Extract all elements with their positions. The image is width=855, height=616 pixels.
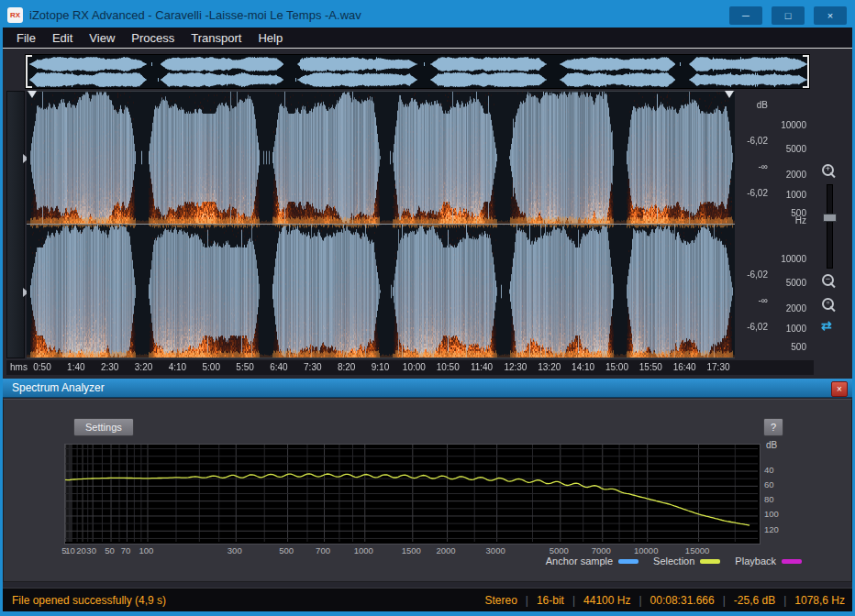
x-axis-tick: 2000: [436, 545, 455, 556]
minimize-button[interactable]: ─: [729, 6, 762, 25]
zoom-out-button[interactable]: −: [822, 274, 837, 289]
zoom-slider-handle[interactable]: [823, 214, 837, 222]
time-ruler[interactable]: hms 0:501:402:303:204:105:005:506:407:30…: [6, 360, 814, 375]
status-field: Stereo: [484, 594, 516, 607]
scale-column: dBHz-6,02-∞-6,0210000500020001000500-6,0…: [737, 91, 814, 358]
db-scale-value: -∞: [737, 295, 768, 305]
legend-swatch: [618, 559, 638, 564]
maximize-button[interactable]: □: [772, 6, 805, 25]
spectrogram-view[interactable]: [27, 91, 735, 358]
analyzer-close-button[interactable]: ×: [831, 381, 848, 397]
menu-edit[interactable]: Edit: [44, 29, 81, 47]
legend-item-playback: Playback: [735, 556, 802, 566]
x-axis-tick: 1000: [354, 545, 373, 556]
time-tick: 10:00: [403, 362, 426, 372]
time-tick: 16:40: [673, 362, 696, 372]
x-axis-tick: 10: [65, 545, 75, 556]
time-tick: 10:50: [437, 362, 460, 372]
time-tick: 14:10: [572, 362, 594, 372]
overview-strip[interactable]: [25, 54, 810, 89]
time-tick: 7:30: [304, 362, 321, 372]
time-tick: 8:20: [338, 362, 355, 372]
time-tick: 0:50: [33, 362, 50, 372]
plot-db-unit: dB: [766, 440, 777, 450]
help-button[interactable]: ?: [763, 418, 783, 436]
status-field: -25,6 dB: [734, 594, 775, 607]
y-axis-tick: 60: [764, 479, 774, 490]
x-axis-tick: 5000: [550, 545, 569, 556]
freq-scale-value: 5000: [775, 278, 806, 288]
x-axis-tick: 30: [86, 545, 96, 556]
selection-handle-right[interactable]: [725, 91, 734, 98]
title-bar[interactable]: RX iZotope RX Advanced - Caravelli -Lais…: [3, 3, 852, 28]
x-axis-tick: 70: [121, 545, 131, 556]
x-axis-tick: 300: [228, 545, 242, 556]
status-field: 00:08:31.666: [650, 594, 715, 607]
close-button[interactable]: ×: [814, 6, 847, 25]
overview-left-bracket[interactable]: [26, 55, 33, 88]
settings-button[interactable]: Settings: [73, 418, 134, 436]
zoom-selection-button[interactable]: ▫: [822, 298, 837, 313]
time-tick: 1:40: [67, 362, 84, 372]
menu-view[interactable]: View: [81, 29, 123, 47]
status-separator: |: [572, 594, 575, 607]
freq-scale-value: 500: [775, 208, 806, 218]
x-axis-tick: 700: [316, 545, 330, 556]
channel-rail[interactable]: [6, 91, 25, 358]
freq-scale-value: 1000: [775, 190, 806, 200]
status-field: 44100 Hz: [583, 594, 630, 607]
freq-scale-value: 5000: [775, 144, 806, 154]
overview-right-bracket[interactable]: [802, 55, 809, 88]
time-tick: 3:20: [135, 362, 152, 372]
analyzer-title-bar[interactable]: Spectrum Analyzer ×: [3, 379, 852, 398]
overview-canvas[interactable]: [26, 55, 809, 88]
menu-transport[interactable]: Transport: [183, 29, 250, 47]
time-tick: 13:20: [538, 362, 561, 372]
time-tick: 9:10: [372, 362, 389, 372]
y-axis-tick: 80: [764, 494, 774, 504]
spectrum-plot[interactable]: [64, 444, 761, 544]
pan-arrows-icon[interactable]: ⇄: [821, 318, 832, 333]
legend-swatch: [700, 559, 720, 564]
freq-scale-value: 10000: [775, 120, 806, 130]
db-scale-value: -6,02: [737, 188, 768, 198]
ruler-ticks: 0:501:402:303:204:105:005:506:407:308:20…: [27, 360, 735, 375]
menu-help[interactable]: Help: [250, 29, 291, 47]
analyzer-legend: Anchor sampleSelectionPlayback: [546, 556, 802, 566]
time-tick: 6:40: [270, 362, 287, 372]
x-axis-tick: 3000: [486, 545, 505, 556]
legend-item-selection: Selection: [653, 556, 720, 566]
db-scale-value: -6,02: [737, 322, 768, 332]
main-area: dBHz-6,02-∞-6,0210000500020001000500-6,0…: [3, 48, 852, 610]
zoom-rail: + − ▫ ⇄: [817, 91, 841, 358]
x-axis-tick: 7000: [592, 545, 611, 556]
zoom-in-button[interactable]: +: [822, 164, 837, 179]
x-axis-tick: 15000: [685, 545, 709, 556]
status-separator: |: [638, 594, 641, 607]
y-axis-tick: 100: [764, 509, 779, 519]
freq-scale-value: 500: [775, 342, 806, 352]
menu-process[interactable]: Process: [123, 29, 183, 47]
db-scale-value: -6,02: [737, 136, 768, 146]
status-field: 16-bit: [537, 594, 564, 607]
selection-spectrum-curve: [65, 474, 750, 525]
time-tick: 11:40: [471, 362, 493, 372]
legend-label: Playback: [735, 556, 776, 566]
y-axis-tick: 40: [764, 465, 774, 475]
spectrum-analyzer-panel: Spectrum Analyzer × Settings ? dB Anchor…: [3, 379, 852, 582]
x-axis-tick: 50: [105, 545, 115, 556]
db-scale-value: -∞: [737, 161, 768, 171]
spectrogram-canvas[interactable]: [27, 91, 735, 358]
menu-file[interactable]: File: [8, 29, 44, 47]
legend-label: Selection: [653, 556, 694, 566]
time-tick: 15:00: [605, 362, 628, 372]
legend-item-anchor-sample: Anchor sample: [546, 556, 638, 566]
selection-handle-left[interactable]: [28, 91, 37, 98]
window-title: iZotope RX Advanced - Caravelli -Laisse-…: [29, 8, 361, 22]
y-axis-tick: 120: [764, 524, 779, 534]
x-axis-tick: 100: [139, 545, 154, 556]
status-separator: |: [723, 594, 726, 607]
analyzer-body: Settings ? dB Anchor sampleSelectionPlay…: [3, 399, 852, 582]
zoom-slider-track[interactable]: [827, 184, 833, 269]
freq-scale-value: 10000: [775, 254, 806, 264]
